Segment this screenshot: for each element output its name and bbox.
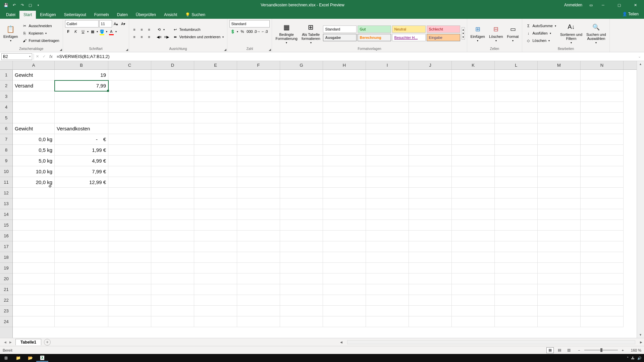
cell-C22[interactable] [108,295,151,306]
cell-J7[interactable] [409,134,452,145]
cell-C14[interactable] [108,209,151,220]
cell-J10[interactable] [409,166,452,177]
cell-L9[interactable] [495,156,538,166]
zoom-in-icon[interactable]: + [622,348,624,352]
taskbar-folder[interactable]: 📂 [24,354,36,362]
cell-L5[interactable] [495,113,538,123]
cell-F4[interactable] [237,102,280,113]
cell-K3[interactable] [452,91,495,102]
cell-D1[interactable] [151,70,194,80]
col-header-H[interactable]: H [323,61,366,69]
dialog-launcher-icon[interactable]: ◢ [269,48,271,51]
cell-A14[interactable] [13,209,55,220]
tab-ueberpruefen[interactable]: Überprüfen [132,11,160,19]
cell-G14[interactable] [280,209,323,220]
cell-E2[interactable] [194,80,237,91]
cell-B14[interactable] [55,209,108,220]
row-header-11[interactable]: 11 [0,177,12,188]
row-header-23[interactable]: 23 [0,306,12,316]
cell-I17[interactable] [366,241,409,252]
cell-E24[interactable] [194,316,237,327]
cell-J11[interactable] [409,177,452,188]
zoom-label[interactable]: 160 % [628,348,641,352]
cell-M15[interactable] [538,220,581,231]
cell-L20[interactable] [495,274,538,284]
horizontal-scrollbar[interactable] [347,340,635,344]
cell-A21[interactable] [13,284,55,295]
cell-D20[interactable] [151,274,194,284]
cell-A17[interactable] [13,241,55,252]
cell-I2[interactable] [366,80,409,91]
cell-F19[interactable] [237,263,280,274]
cell-L8[interactable] [495,145,538,156]
cell-M24[interactable] [538,316,581,327]
cell-B12[interactable] [55,188,108,198]
cell-H16[interactable] [323,231,366,241]
align-bottom-icon[interactable]: ≡ [146,26,153,33]
align-center-icon[interactable]: ≡ [139,34,145,40]
cell-C23[interactable] [108,306,151,316]
cell-A23[interactable] [13,306,55,316]
cell-I15[interactable] [366,220,409,231]
cell-A19[interactable] [13,263,55,274]
cell-F12[interactable] [237,188,280,198]
cell-H17[interactable] [323,241,366,252]
dialog-launcher-icon[interactable]: ◢ [224,48,226,51]
cell-J2[interactable] [409,80,452,91]
search-box[interactable]: 💡Suchen [181,11,209,19]
wrap-text-button[interactable]: ↩ Textumbruch [171,26,225,33]
cell-I8[interactable] [366,145,409,156]
clear-button[interactable]: ◇ Löschen▾ [524,37,557,44]
cell-K4[interactable] [452,102,495,113]
cell-J16[interactable] [409,231,452,241]
cell-H6[interactable] [323,123,366,134]
scroll-down-icon[interactable]: ▼ [637,332,644,338]
cell-E21[interactable] [194,284,237,295]
redo-icon[interactable]: ↷ [19,2,25,8]
cell-K2[interactable] [452,80,495,91]
autosum-button[interactable]: Σ AutoSumme▾ [524,22,557,29]
cell-A7[interactable]: 0,0 kg [13,134,55,145]
cell-J9[interactable] [409,156,452,166]
hscroll-right-icon[interactable]: ▶ [638,340,644,344]
cell-F8[interactable] [237,145,280,156]
cell-M13[interactable] [538,198,581,209]
cell-I18[interactable] [366,252,409,263]
col-header-N[interactable]: N [581,61,624,69]
cell-I10[interactable] [366,166,409,177]
cell-N8[interactable] [581,145,624,156]
cell-M11[interactable] [538,177,581,188]
cell-J21[interactable] [409,284,452,295]
style-berechnung[interactable]: Berechnung [358,34,391,41]
cell-L2[interactable] [495,80,538,91]
col-header-J[interactable]: J [409,61,452,69]
cell-G2[interactable] [280,80,323,91]
cell-F14[interactable] [237,209,280,220]
cell-N7[interactable] [581,134,624,145]
cell-I5[interactable] [366,113,409,123]
cell-K11[interactable] [452,177,495,188]
cell-G22[interactable] [280,295,323,306]
cell-K19[interactable] [452,263,495,274]
cell-F11[interactable] [237,177,280,188]
cell-M20[interactable] [538,274,581,284]
cell-I9[interactable] [366,156,409,166]
cell-G21[interactable] [280,284,323,295]
cell-J5[interactable] [409,113,452,123]
add-sheet-button[interactable]: + [44,339,51,346]
cell-B23[interactable] [55,306,108,316]
decrease-font-icon[interactable]: A▾ [120,20,127,27]
cell-N10[interactable] [581,166,624,177]
cell-J23[interactable] [409,306,452,316]
cell-M1[interactable] [538,70,581,80]
cell-E19[interactable] [194,263,237,274]
cell-D7[interactable] [151,134,194,145]
cell-H14[interactable] [323,209,366,220]
cell-L17[interactable] [495,241,538,252]
cell-M22[interactable] [538,295,581,306]
style-ausgabe[interactable]: Ausgabe [323,34,357,41]
signin-link[interactable]: Anmelden [564,3,582,7]
cell-A11[interactable]: 20,0 kg [13,177,55,188]
hscroll-left-icon[interactable]: ◀ [338,340,344,344]
cell-J22[interactable] [409,295,452,306]
